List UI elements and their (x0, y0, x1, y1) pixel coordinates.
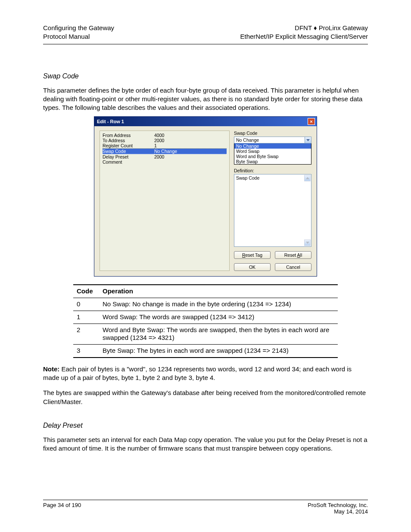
dialog-titlebar[interactable]: Edit - Row 1 × (94, 117, 317, 126)
table-row: 3 Byte Swap: The bytes in each word are … (73, 345, 338, 358)
section-title-swapcode: Swap Code (43, 72, 368, 80)
list-item: Comment (103, 159, 227, 165)
dialog-title-text: Edit - Row 1 (97, 119, 124, 124)
reset-tag-button[interactable]: Reset Tag (234, 251, 271, 259)
btn-text: Reset (284, 252, 297, 258)
note-lead: Note: (43, 365, 62, 373)
table-row: 2 Word and Byte Swap: The words are swap… (73, 324, 338, 345)
header-rule (43, 44, 368, 44)
header-left-line1: Configuring the Gateway (43, 24, 114, 32)
section-title-delay: Delay Preset (43, 422, 368, 429)
table-row: 0 No Swap: No change is made in the byte… (73, 298, 338, 311)
definition-textarea[interactable]: Swap Code (234, 174, 311, 247)
scroll-up-icon[interactable] (304, 175, 311, 181)
ok-button[interactable]: OK (234, 263, 271, 271)
header-right-line2: EtherNet/IP Explicit Messaging Client/Se… (240, 32, 368, 41)
note-sub-paragraph: The bytes are swapped within the Gateway… (43, 389, 368, 406)
list-item-selected: Swap CodeNo Change (103, 149, 227, 154)
btn-text: eset Tag (246, 252, 263, 258)
page-header: Configuring the Gateway Protocol Manual … (43, 24, 368, 41)
header-right-line1: DFNT ♦ ProLinx Gateway (240, 24, 368, 32)
chevron-down-icon[interactable] (305, 137, 311, 143)
combo-value: No Change (234, 137, 305, 143)
option-word-byte-swap[interactable]: Word and Byte Swap (234, 154, 311, 159)
cancel-button[interactable]: Cancel (275, 263, 311, 271)
definition-label: Definition: (234, 168, 311, 173)
definition-text: Swap Code (236, 175, 259, 180)
list-item: Register Count1 (103, 143, 227, 149)
intro-paragraph: This parameter defines the byte order of… (43, 86, 368, 112)
swap-code-table: Code Operation 0 No Swap: No change is m… (73, 284, 338, 358)
list-item: Delay Preset2000 (103, 154, 227, 159)
swap-code-options[interactable]: No Change Word Swap Word and Byte Swap B… (234, 143, 311, 165)
footer-company: ProSoft Technology, Inc. (308, 502, 368, 508)
edit-row-dialog: Edit - Row 1 × From Address4000 To Addre… (94, 116, 317, 277)
swap-code-combo[interactable]: No Change (234, 137, 311, 143)
list-item: From Address4000 (103, 133, 227, 138)
parameter-list[interactable]: From Address4000 To Address2000 Register… (100, 131, 230, 271)
option-word-swap[interactable]: Word Swap (234, 149, 311, 154)
list-item: To Address2000 (103, 138, 227, 143)
footer-date: May 14, 2014 (334, 508, 368, 515)
option-byte-swap[interactable]: Byte Swap (234, 159, 311, 164)
scroll-down-icon[interactable] (304, 240, 311, 246)
option-no-change[interactable]: No Change (234, 143, 311, 149)
note-paragraph: Note: Each pair of bytes is a "word", so… (43, 365, 368, 383)
note-body: Each pair of bytes is a "word", so 1234 … (43, 365, 352, 381)
table-header-code: Code (73, 285, 99, 298)
delay-paragraph: This parameter sets an interval for each… (43, 436, 368, 453)
close-icon[interactable]: × (308, 118, 315, 125)
page-footer: Page 34 of 190 ProSoft Technology, Inc. … (43, 497, 368, 515)
table-header-operation: Operation (99, 285, 338, 298)
reset-all-button[interactable]: Reset All (275, 251, 311, 259)
header-left-line2: Protocol Manual (43, 32, 114, 41)
footer-rule (43, 500, 368, 500)
footer-page: Page 34 of 190 (43, 502, 81, 508)
table-row: 1 Word Swap: The words are swapped (1234… (73, 311, 338, 324)
swap-code-label: Swap Code (234, 131, 311, 136)
